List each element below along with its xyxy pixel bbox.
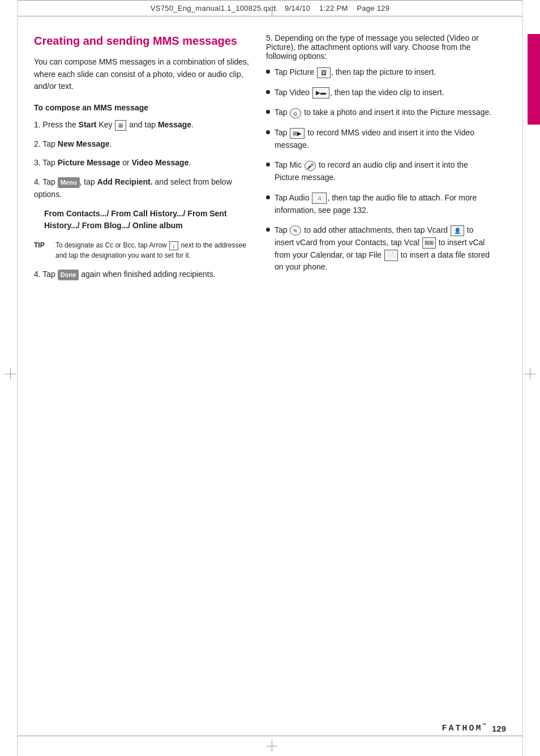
crosshair-bottom-center <box>266 740 277 751</box>
options-list: Tap Picture 🖼, then tap the picture to i… <box>266 66 492 274</box>
tip-block: TIP To designate as Cc or Bcc, tap Arrow… <box>34 240 249 260</box>
bullet-attachments: Tap ✎ to add other attachments, then tap… <box>266 224 492 274</box>
crosshair-left-middle <box>5 368 16 379</box>
content-area: Creating and sending MMS messages You ca… <box>34 16 509 288</box>
done-icon: Done <box>58 270 79 280</box>
bullet-camera: Tap ⊙ to take a photo and insert it into… <box>266 106 492 119</box>
substep-options: From Contacts.../ From Call History.../ … <box>44 208 249 232</box>
bullet-dot <box>266 195 270 199</box>
page-number: 129 <box>492 724 506 733</box>
date: 9/14/10 <box>285 4 310 12</box>
right-column: 5. Depending on the type of message you … <box>266 33 492 288</box>
page-wrapper: VS750_Eng_manual1.1_100825.qxd 9/14/10 1… <box>0 0 540 756</box>
step-4: 4. Tap Menu, tap Add Recipient. and sele… <box>34 176 249 200</box>
bullet-record-video: Tap ⊞▶ to record MMS video and insert it… <box>266 127 492 151</box>
start-key-icon: ⊞ <box>115 120 126 131</box>
right-margin-line <box>522 0 523 756</box>
left-column: Creating and sending MMS messages You ca… <box>34 33 249 288</box>
crosshair-right-middle <box>524 368 535 379</box>
tip-text: To designate as Cc or Bcc, tap Arrow ↓ n… <box>55 240 249 260</box>
bullet-dot <box>266 90 270 94</box>
right-accent-bar <box>528 34 540 125</box>
step-3: 3. Tap Picture Message or Video Message. <box>34 157 249 169</box>
step-5-intro: 5. Depending on the type of message you … <box>266 33 492 61</box>
step-4b: 4. Tap Done again when finished adding r… <box>34 268 249 281</box>
mic-icon: 🎤 <box>305 161 316 171</box>
left-margin-line <box>17 0 18 756</box>
video-icon: ▶▬ <box>312 87 329 99</box>
vcard-icon: 👤 <box>451 225 464 237</box>
subsection-title: To compose an MMS message <box>34 103 249 112</box>
intro-text: You can compose MMS messages in a combin… <box>34 56 249 93</box>
bullet-mic: Tap Mic 🎤 to record an audio clip and in… <box>266 159 492 183</box>
file-icon: 📄 <box>384 250 398 261</box>
footer-area: FATHOM™ 129 <box>442 723 506 733</box>
step-2: 2. Tap New Message. <box>34 138 249 151</box>
page-ref: Page 129 <box>357 4 389 12</box>
menu-icon: Menu <box>58 177 80 188</box>
brand-logo: FATHOM™ <box>442 723 487 733</box>
camera-icon: ⊙ <box>290 108 301 118</box>
vcal-icon: ⊞⊞ <box>422 237 436 249</box>
bullet-dot <box>266 110 270 114</box>
bottom-line <box>17 736 523 736</box>
paperclip-icon: ✎ <box>290 225 301 236</box>
bullet-dot <box>266 163 270 166</box>
bullet-dot <box>266 228 270 232</box>
bullet-dot <box>266 130 270 134</box>
arrow-icon: ↓ <box>169 241 178 250</box>
crosshair-top-center <box>266 5 277 16</box>
filename: VS750_Eng_manual1.1_100825.qxd <box>151 4 276 12</box>
audio-icon: ♫ <box>312 193 327 204</box>
section-title: Creating and sending MMS messages <box>34 33 249 48</box>
step-1: 1. Press the Start Key ⊞ and tap Message… <box>34 119 249 131</box>
bullet-audio: Tap Audio ♫, then tap the audio file to … <box>266 192 492 216</box>
record-video-icon: ⊞▶ <box>290 128 305 139</box>
picture-icon: 🖼 <box>317 67 331 79</box>
bullet-dot <box>266 70 270 74</box>
tip-label: TIP <box>34 240 50 260</box>
bullet-picture: Tap Picture 🖼, then tap the picture to i… <box>266 66 492 79</box>
bullet-video: Tap Video ▶▬, then tap the video clip to… <box>266 87 492 99</box>
time: 1:22 PM <box>319 4 348 12</box>
